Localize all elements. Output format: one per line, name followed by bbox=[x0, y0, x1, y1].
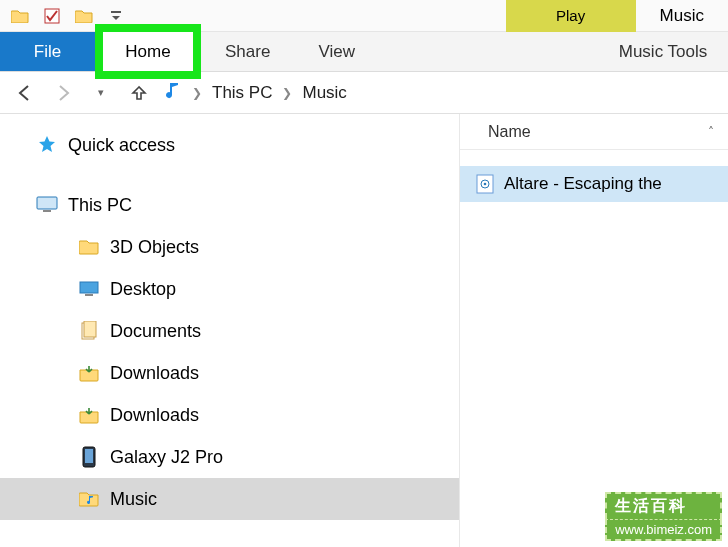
navigation-bar: ▾ ❯ This PC ❯ Music bbox=[0, 72, 728, 114]
sidebar-item-desktop[interactable]: Desktop bbox=[0, 268, 459, 310]
svg-rect-4 bbox=[80, 282, 98, 293]
sidebar-item-label: Downloads bbox=[110, 363, 199, 384]
downloads-icon bbox=[78, 404, 100, 426]
chevron-up-icon[interactable]: ˄ bbox=[708, 125, 714, 139]
chevron-right-icon: ❯ bbox=[192, 86, 202, 100]
music-folder-icon bbox=[162, 80, 182, 105]
svg-rect-2 bbox=[37, 197, 57, 209]
main-pane: Quick access This PC 3D Objects Desktop bbox=[0, 114, 728, 547]
forward-button[interactable] bbox=[48, 78, 78, 108]
music-tools-tab[interactable]: Music Tools bbox=[598, 32, 728, 71]
folder-icon bbox=[78, 236, 100, 258]
title-bar: Play Music bbox=[0, 0, 728, 32]
properties-check-icon[interactable] bbox=[38, 2, 66, 30]
computer-icon bbox=[36, 194, 58, 216]
sidebar-item-label: Galaxy J2 Pro bbox=[110, 447, 223, 468]
sidebar-item-label: Desktop bbox=[110, 279, 176, 300]
sidebar-item-downloads[interactable]: Downloads bbox=[0, 352, 459, 394]
svg-rect-5 bbox=[85, 294, 93, 296]
navigation-tree: Quick access This PC 3D Objects Desktop bbox=[0, 114, 460, 547]
sidebar-item-downloads[interactable]: Downloads bbox=[0, 394, 459, 436]
watermark-line2: www.bimeiz.com bbox=[605, 519, 722, 541]
file-row[interactable]: Altare - Escaping the bbox=[460, 166, 728, 202]
home-tab[interactable]: Home bbox=[103, 32, 193, 71]
file-tab[interactable]: File bbox=[0, 32, 95, 71]
sidebar-item-label: Documents bbox=[110, 321, 201, 342]
breadcrumb[interactable]: ❯ This PC ❯ Music bbox=[162, 80, 347, 105]
file-name: Altare - Escaping the bbox=[504, 174, 662, 194]
breadcrumb-this-pc[interactable]: This PC bbox=[212, 83, 272, 103]
watermark: 生活百科 www.bimeiz.com bbox=[605, 492, 722, 541]
sidebar-item-label: This PC bbox=[68, 195, 132, 216]
sidebar-item-label: 3D Objects bbox=[110, 237, 199, 258]
sidebar-this-pc[interactable]: This PC bbox=[0, 184, 459, 226]
qat-dropdown-icon[interactable] bbox=[102, 2, 130, 30]
window-title: Music bbox=[636, 6, 728, 26]
folder-icon[interactable] bbox=[6, 2, 34, 30]
svg-rect-7 bbox=[84, 321, 96, 337]
contextual-tab-group: Play Music bbox=[506, 0, 728, 32]
quick-access-toolbar bbox=[0, 2, 130, 30]
recent-dropdown-icon[interactable]: ▾ bbox=[86, 78, 116, 108]
audio-file-icon bbox=[474, 173, 496, 195]
desktop-icon bbox=[78, 278, 100, 300]
view-tab[interactable]: View bbox=[294, 32, 379, 71]
sidebar-item-galaxy-j2-pro[interactable]: Galaxy J2 Pro bbox=[0, 436, 459, 478]
documents-icon bbox=[78, 320, 100, 342]
downloads-icon bbox=[78, 362, 100, 384]
sidebar-item-documents[interactable]: Documents bbox=[0, 310, 459, 352]
share-tab[interactable]: Share bbox=[201, 32, 294, 71]
column-header-label: Name bbox=[488, 123, 531, 141]
ribbon-tabs: File Home Share View Music Tools bbox=[0, 32, 728, 72]
sidebar-quick-access[interactable]: Quick access bbox=[0, 124, 459, 166]
phone-icon bbox=[78, 446, 100, 468]
breadcrumb-music[interactable]: Music bbox=[302, 83, 346, 103]
sidebar-item-label: Music bbox=[110, 489, 157, 510]
svg-rect-9 bbox=[85, 449, 93, 463]
sidebar-item-music[interactable]: Music bbox=[0, 478, 459, 520]
chevron-right-icon: ❯ bbox=[282, 86, 292, 100]
sidebar-item-3d-objects[interactable]: 3D Objects bbox=[0, 226, 459, 268]
file-list-pane: Name ˄ Altare - Escaping the bbox=[460, 114, 728, 547]
new-folder-icon[interactable] bbox=[70, 2, 98, 30]
music-folder-icon bbox=[78, 488, 100, 510]
play-contextual-label: Play bbox=[506, 0, 636, 32]
svg-rect-3 bbox=[43, 210, 51, 212]
svg-point-12 bbox=[484, 183, 487, 186]
sidebar-item-label: Downloads bbox=[110, 405, 199, 426]
column-header-name[interactable]: Name ˄ bbox=[460, 114, 728, 150]
back-button[interactable] bbox=[10, 78, 40, 108]
watermark-line1: 生活百科 bbox=[605, 492, 722, 519]
sidebar-item-label: Quick access bbox=[68, 135, 175, 156]
up-button[interactable] bbox=[124, 78, 154, 108]
svg-rect-1 bbox=[111, 11, 121, 13]
star-icon bbox=[36, 134, 58, 156]
